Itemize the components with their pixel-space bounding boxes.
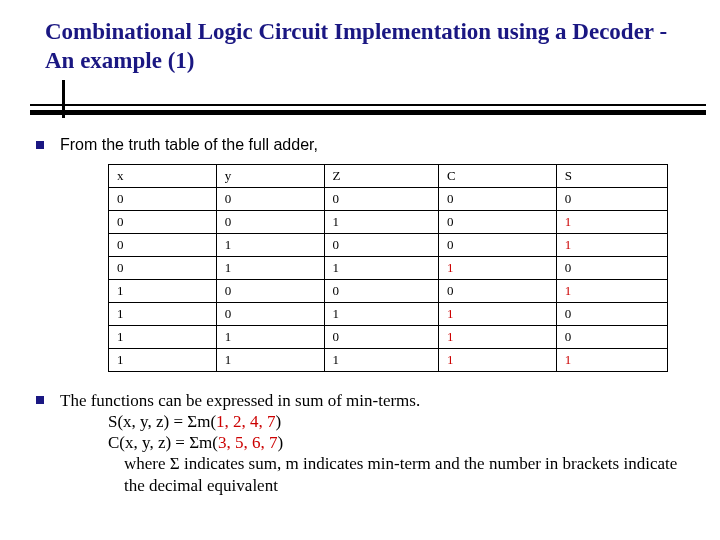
table-cell: 0 (216, 279, 324, 302)
table-cell: 0 (439, 187, 557, 210)
slide: Combinational Logic Circuit Implementati… (0, 0, 720, 540)
table-cell: 0 (439, 279, 557, 302)
table-cell: 0 (324, 187, 438, 210)
table-cell: 1 (216, 233, 324, 256)
table-cell: 0 (556, 302, 667, 325)
table-cell: 1 (324, 302, 438, 325)
conclusion-body: The functions can be expressed in sum of… (60, 390, 692, 496)
sum-s-line: S(x, y, z) = Σm(1, 2, 4, 7) (60, 411, 692, 432)
table-cell: 0 (109, 187, 217, 210)
table-header-row: x y Z C S (109, 164, 668, 187)
slide-title: Combinational Logic Circuit Implementati… (0, 18, 720, 76)
title-rule (0, 104, 720, 116)
rule-tick (62, 80, 65, 118)
truth-table: x y Z C S 000000010101001011101000110110… (108, 164, 668, 372)
conclusion-row: The functions can be expressed in sum of… (36, 390, 692, 496)
table-cell: 0 (556, 187, 667, 210)
table-cell: 0 (109, 256, 217, 279)
table-cell: 1 (556, 233, 667, 256)
table-cell: 1 (439, 302, 557, 325)
close-paren: ) (276, 412, 282, 431)
table-cell: 1 (109, 325, 217, 348)
col-z: Z (324, 164, 438, 187)
s-label: S(x, y, z) = Σm( (108, 412, 216, 431)
table-cell: 1 (324, 210, 438, 233)
table-cell: 0 (556, 325, 667, 348)
table-cell: 1 (216, 325, 324, 348)
table-cell: 1 (109, 302, 217, 325)
table-row: 10001 (109, 279, 668, 302)
where-line: where Σ indicates sum, m indicates min-t… (60, 453, 692, 496)
table-cell: 0 (324, 325, 438, 348)
col-c: C (439, 164, 557, 187)
table-cell: 0 (216, 187, 324, 210)
table-cell: 0 (324, 279, 438, 302)
sum-c-line: C(x, y, z) = Σm(3, 5, 6, 7) (60, 432, 692, 453)
table-cell: 1 (109, 348, 217, 371)
table-cell: 0 (216, 302, 324, 325)
col-s: S (556, 164, 667, 187)
table-cell: 0 (216, 210, 324, 233)
table-cell: 1 (556, 279, 667, 302)
table-row: 10110 (109, 302, 668, 325)
table-cell: 1 (439, 256, 557, 279)
table-cell: 1 (109, 279, 217, 302)
table-cell: 1 (556, 210, 667, 233)
square-bullet-icon (36, 141, 44, 149)
table-cell: 1 (439, 348, 557, 371)
close-paren: ) (277, 433, 283, 452)
table-row: 00000 (109, 187, 668, 210)
truth-table-wrap: x y Z C S 000000010101001011101000110110… (36, 164, 692, 372)
table-row: 01110 (109, 256, 668, 279)
c-terms: 3, 5, 6, 7 (218, 433, 278, 452)
table-row: 00101 (109, 210, 668, 233)
col-x: x (109, 164, 217, 187)
rule-thin (30, 104, 706, 106)
intro-text: From the truth table of the full adder, (60, 136, 318, 154)
table-cell: 1 (556, 348, 667, 371)
table-cell: 0 (109, 233, 217, 256)
col-y: y (216, 164, 324, 187)
square-bullet-icon (36, 396, 44, 404)
c-label: C(x, y, z) = Σm( (108, 433, 218, 452)
table-cell: 1 (439, 325, 557, 348)
table-cell: 0 (109, 210, 217, 233)
intro-row: From the truth table of the full adder, (36, 136, 692, 154)
table-cell: 1 (324, 256, 438, 279)
content: From the truth table of the full adder, … (0, 136, 720, 496)
conclusion-line-1: The functions can be expressed in sum of… (60, 390, 692, 411)
table-row: 11111 (109, 348, 668, 371)
table-cell: 0 (324, 233, 438, 256)
rule-thick (30, 110, 706, 115)
table-cell: 0 (439, 210, 557, 233)
table-row: 01001 (109, 233, 668, 256)
table-cell: 0 (439, 233, 557, 256)
table-row: 11010 (109, 325, 668, 348)
table-cell: 1 (216, 348, 324, 371)
table-cell: 1 (216, 256, 324, 279)
table-cell: 1 (324, 348, 438, 371)
table-cell: 0 (556, 256, 667, 279)
s-terms: 1, 2, 4, 7 (216, 412, 276, 431)
